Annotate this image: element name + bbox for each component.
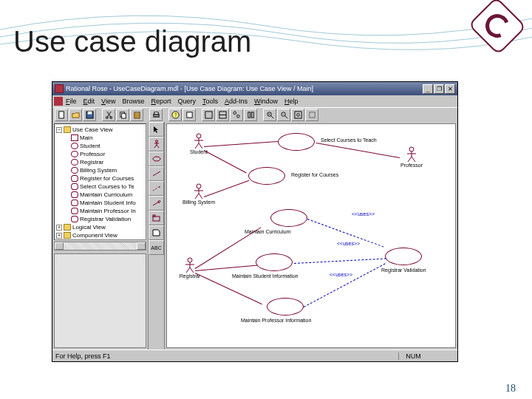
svg-point-17	[233, 112, 236, 115]
usecase-tool[interactable]	[149, 151, 164, 166]
svg-line-25	[284, 115, 287, 118]
menu-browse[interactable]: Browse	[122, 98, 144, 105]
tree-component[interactable]: Component View	[72, 232, 117, 239]
menu-window[interactable]: Window	[254, 98, 278, 105]
zoom-fit-button[interactable]	[291, 109, 304, 121]
pointer-tool[interactable]	[149, 122, 164, 137]
svg-line-22	[270, 115, 273, 118]
model-tree[interactable]: −Use Case View Main Student Professor Re…	[54, 123, 146, 240]
svg-point-46	[197, 184, 201, 188]
window-title: Rational Rose - UseCaseDiagram.mdl - [Us…	[66, 82, 423, 95]
actor-billing[interactable]: Billing System	[191, 183, 207, 201]
menu-view[interactable]: View	[101, 98, 115, 105]
titlebar: Rational Rose - UseCaseDiagram.mdl - [Us…	[52, 82, 457, 95]
actor-professor[interactable]: Professor	[403, 146, 420, 164]
svg-point-30	[155, 140, 157, 143]
svg-rect-9	[153, 115, 158, 117]
uc-maintain-stud-label: Maintain Student Information	[232, 273, 299, 279]
tree-professor[interactable]: Professor	[80, 151, 105, 157]
uc-maintain-stud[interactable]	[256, 253, 293, 271]
actor-billing-label: Billing System	[183, 200, 215, 205]
uc-register-label: Register for Courses	[291, 172, 338, 177]
copy-button[interactable]	[116, 109, 129, 121]
menu-tools[interactable]: Tools	[202, 98, 218, 105]
svg-rect-10	[154, 112, 158, 115]
svg-rect-7	[134, 112, 139, 118]
svg-point-4	[109, 117, 112, 119]
diagram-canvas[interactable]: Student Billing System Registrar Profess…	[166, 123, 456, 348]
uses-label-3: <<uses>>	[330, 272, 352, 277]
tree-usecase-view[interactable]: Use Case View	[72, 126, 113, 133]
minimize-button[interactable]: _	[423, 84, 433, 94]
svg-rect-29	[309, 112, 314, 117]
svg-rect-2	[87, 112, 92, 115]
view2-button[interactable]	[216, 109, 229, 121]
uc-maintain-prof-label: Maintain Professor Information	[241, 318, 311, 323]
svg-rect-0	[58, 112, 63, 118]
menubar: File Edit View Browse Report Query Tools…	[52, 95, 457, 107]
uc-maintain-curr[interactable]	[270, 209, 307, 227]
maximize-button[interactable]: ❐	[434, 84, 444, 94]
svg-rect-14	[205, 112, 211, 118]
zoom-sel-button[interactable]	[305, 109, 318, 121]
view1-button[interactable]	[202, 109, 215, 121]
tree-registrar-val[interactable]: Registrar Validation	[80, 216, 131, 222]
menu-edit[interactable]: Edit	[83, 98, 95, 105]
svg-rect-27	[294, 112, 301, 118]
menu-file[interactable]: File	[66, 98, 77, 105]
documentation-panel[interactable]	[54, 253, 146, 348]
svg-line-38	[153, 202, 159, 205]
tree-main[interactable]: Main	[80, 134, 92, 141]
cut-button[interactable]	[102, 109, 115, 121]
statusbar: For Help, press F1 NUM	[52, 349, 457, 361]
view3-button[interactable]	[230, 109, 243, 121]
uc-maintain-prof[interactable]	[267, 298, 304, 316]
zoom-out-button[interactable]: -	[277, 109, 290, 121]
view4-button[interactable]	[244, 109, 257, 121]
tree-hscroll[interactable]	[54, 242, 146, 250]
tree-student[interactable]: Student	[80, 143, 100, 149]
tree-register[interactable]: Register for Courses	[80, 175, 134, 182]
print-button[interactable]	[149, 109, 163, 121]
svg-line-59	[408, 157, 412, 162]
browse-class-button[interactable]	[183, 109, 196, 121]
status-num: NUM	[398, 352, 428, 360]
close-button[interactable]: ✕	[445, 84, 455, 94]
actor-student[interactable]: Student	[191, 133, 207, 151]
svg-point-51	[188, 258, 192, 262]
svg-line-34	[157, 145, 159, 148]
tree-billing[interactable]: Billing System	[80, 167, 117, 174]
page-number: 18	[505, 383, 516, 395]
tree-maintain-curr[interactable]: Maintain Curriculum	[80, 191, 132, 198]
uc-register[interactable]	[248, 167, 285, 185]
new-button[interactable]	[55, 109, 68, 121]
menu-help[interactable]: Help	[284, 98, 299, 105]
tree-registrar[interactable]: Registrar	[80, 159, 103, 166]
zoom-in-button[interactable]: +	[263, 109, 276, 121]
open-button[interactable]	[69, 109, 82, 121]
tree-maintain-prof[interactable]: Maintain Professor In	[80, 208, 136, 214]
svg-point-35	[153, 157, 160, 161]
assoc-tool[interactable]	[149, 166, 164, 181]
uc-select-courses[interactable]	[278, 133, 315, 151]
toolbar: ? + -	[52, 107, 457, 122]
save-button[interactable]	[83, 109, 96, 121]
svg-rect-40	[153, 215, 155, 216]
menu-addins[interactable]: Add-Ins	[225, 98, 248, 105]
paste-button[interactable]	[130, 109, 143, 121]
uc-registrar-val[interactable]	[385, 248, 422, 265]
svg-line-50	[199, 194, 202, 199]
help-button[interactable]: ?	[168, 109, 182, 121]
text-tool[interactable]: ABC	[149, 240, 164, 255]
tree-logical[interactable]: Logical View	[72, 224, 106, 231]
menu-query[interactable]: Query	[177, 98, 196, 105]
dep-tool[interactable]	[149, 181, 164, 196]
tree-select[interactable]: Select Courses to Te	[80, 183, 134, 190]
menu-report[interactable]: Report	[151, 98, 171, 105]
gen-tool[interactable]	[149, 196, 164, 211]
tree-maintain-stud[interactable]: Maintain Student Info	[80, 200, 136, 206]
package-tool[interactable]	[149, 211, 164, 225]
svg-point-41	[197, 134, 201, 138]
note-tool[interactable]	[149, 225, 164, 240]
actor-tool[interactable]	[149, 137, 164, 151]
